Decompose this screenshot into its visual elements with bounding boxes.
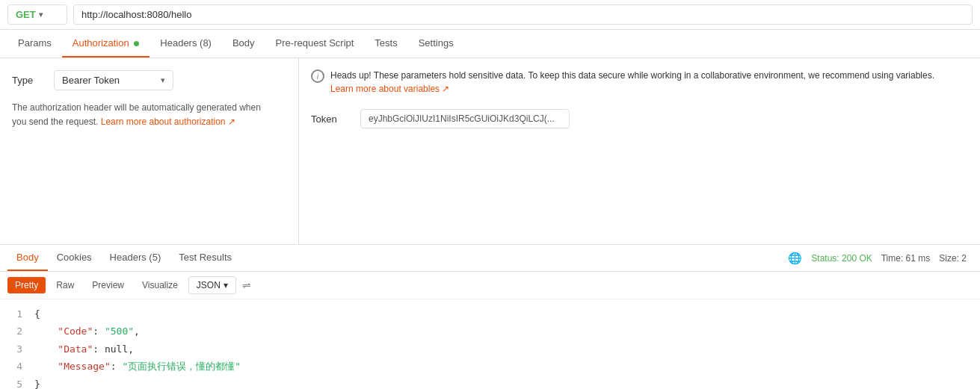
code-line-2: 2 "Code": "500", — [7, 323, 973, 340]
type-chevron-icon: ▾ — [161, 75, 165, 85]
filter-icon[interactable]: ⇌ — [242, 279, 251, 291]
time-text: Time: 61 ms — [881, 253, 931, 264]
tab-pre-request-script[interactable]: Pre-request Script — [265, 30, 365, 57]
format-chevron-icon: ▾ — [224, 280, 228, 290]
url-bar: GET ▾ — [0, 0, 980, 30]
code-view: 1 { 2 "Code": "500", 3 "Data": null, 4 "… — [0, 299, 980, 389]
warning-box: i Heads up! These parameters hold sensit… — [311, 69, 968, 96]
token-row: Token — [311, 109, 968, 128]
format-row: Pretty Raw Preview Visualize JSON ▾ ⇌ — [0, 272, 980, 299]
code-line-3: 3 "Data": null, — [7, 340, 973, 358]
right-panel: i Heads up! These parameters hold sensit… — [299, 58, 980, 244]
code-line-5: 5 } — [7, 376, 973, 389]
tab-body[interactable]: Body — [222, 30, 265, 57]
left-panel: Type Bearer Token ▾ The authorization he… — [0, 58, 299, 244]
token-label: Token — [311, 113, 348, 125]
globe-icon: 🌐 — [788, 252, 802, 265]
response-tabs: Body Cookies Headers (5) Test Results — [7, 245, 241, 271]
fmt-tab-preview[interactable]: Preview — [84, 277, 132, 293]
warning-text: Heads up! These parameters hold sensitiv… — [330, 69, 934, 96]
resp-tab-headers[interactable]: Headers (5) — [101, 245, 170, 271]
type-row: Type Bearer Token ▾ — [12, 70, 286, 90]
code-line-4: 4 "Message": "页面执行错误，懂的都懂" — [7, 358, 973, 375]
response-status: 🌐 Status: 200 OK Time: 61 ms Size: 2 — [788, 252, 973, 265]
format-value: JSON — [197, 280, 221, 290]
tab-headers[interactable]: Headers (8) — [150, 30, 222, 57]
authorization-active-dot — [134, 41, 139, 46]
response-tabs-row: Body Cookies Headers (5) Test Results 🌐 … — [0, 245, 980, 272]
type-label: Type — [12, 75, 42, 86]
resp-tab-body[interactable]: Body — [7, 245, 48, 271]
fmt-tab-pretty[interactable]: Pretty — [7, 277, 46, 293]
size-text: Size: 2 — [939, 253, 967, 264]
status-text: Status: 200 OK — [811, 253, 872, 264]
auth-description: The authorization header will be automat… — [12, 101, 286, 129]
format-dropdown[interactable]: JSON ▾ — [188, 276, 236, 294]
tab-tests[interactable]: Tests — [364, 30, 407, 57]
main-content: Type Bearer Token ▾ The authorization he… — [0, 58, 980, 245]
resp-tab-cookies[interactable]: Cookies — [48, 245, 101, 271]
learn-more-auth-link[interactable]: Learn more about authorization ↗ — [101, 116, 235, 127]
method-label: GET — [16, 9, 36, 20]
tab-authorization[interactable]: Authorization — [62, 30, 150, 57]
response-section: Body Cookies Headers (5) Test Results 🌐 … — [0, 245, 980, 389]
info-icon: i — [311, 69, 324, 83]
method-select[interactable]: GET ▾ — [7, 4, 67, 25]
url-input[interactable] — [73, 4, 973, 25]
tab-params[interactable]: Params — [7, 30, 62, 57]
token-input[interactable] — [360, 109, 570, 128]
request-tabs: Params Authorization Headers (8) Body Pr… — [0, 30, 980, 58]
type-dropdown[interactable]: Bearer Token ▾ — [54, 70, 173, 90]
tab-settings[interactable]: Settings — [408, 30, 464, 57]
fmt-tab-raw[interactable]: Raw — [49, 277, 81, 293]
resp-tab-test-results[interactable]: Test Results — [170, 245, 241, 271]
method-chevron-icon: ▾ — [39, 10, 43, 19]
type-value: Bearer Token — [62, 75, 120, 86]
fmt-tab-visualize[interactable]: Visualize — [135, 277, 185, 293]
learn-more-variables-link[interactable]: Learn more about variables ↗ — [330, 84, 449, 94]
code-line-1: 1 { — [7, 305, 973, 323]
